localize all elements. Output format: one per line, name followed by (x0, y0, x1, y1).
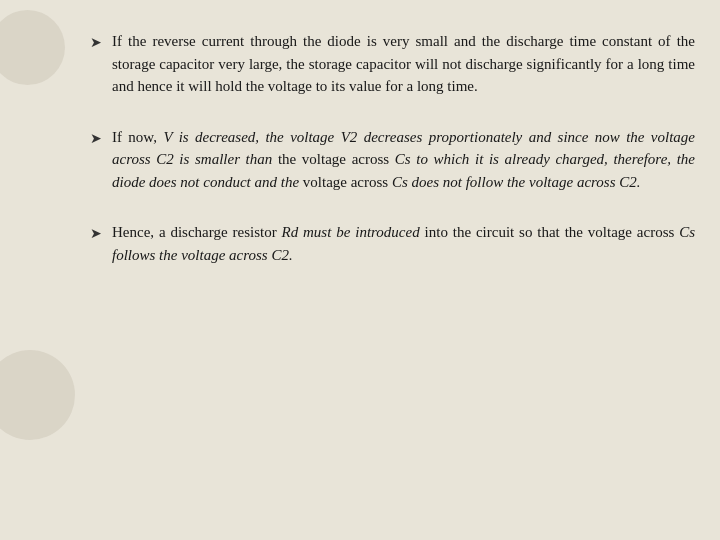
bullet-text-2: If now, V is decreased, the voltage V2 d… (112, 126, 695, 194)
bullet-item-1: ➤ If the reverse current through the dio… (90, 30, 695, 98)
bullet-text-3: Hence, a discharge resistor Rd must be i… (112, 221, 695, 266)
bullet-3-seg-1: Hence, a discharge resistor (112, 224, 282, 240)
bullet-2-seg-5: voltage across (299, 174, 392, 190)
bullet-text-1: If the reverse current through the diode… (112, 30, 695, 98)
bullet-2-seg-1: If now, (112, 129, 163, 145)
bullet-3-seg-2: Rd must be introduced (282, 224, 420, 240)
main-content: ➤ If the reverse current through the dio… (75, 20, 710, 530)
bullet-arrow-1: ➤ (90, 32, 112, 53)
bullet-arrow-2: ➤ (90, 128, 112, 149)
bullet-3-seg-3: into the circuit so that the voltage acr… (420, 224, 679, 240)
bullet-2-seg-6: Cs does not follow the voltage across C2… (392, 174, 641, 190)
bullet-2-seg-3: the voltage across (272, 151, 394, 167)
bullet-item-2: ➤ If now, V is decreased, the voltage V2… (90, 126, 695, 194)
bullet-arrow-3: ➤ (90, 223, 112, 244)
bullet-item-3: ➤ Hence, a discharge resistor Rd must be… (90, 221, 695, 266)
